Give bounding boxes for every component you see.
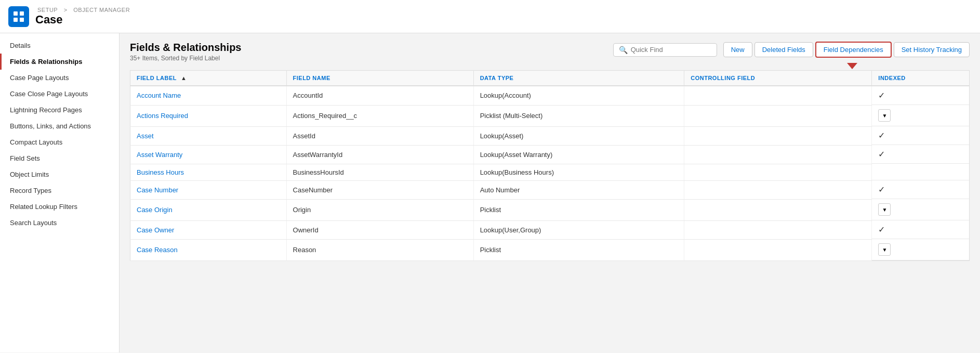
sidebar-item-compact-layouts[interactable]: Compact Layouts bbox=[0, 134, 119, 150]
cell-field-label: Actions Required bbox=[130, 105, 287, 126]
table-row: Business HoursBusinessHoursIdLookup(Busi… bbox=[130, 164, 970, 180]
content-area: Fields & Relationships 35+ Items, Sorted… bbox=[120, 33, 980, 352]
cell-indexed: ✓ bbox=[872, 86, 969, 105]
content-title-block: Fields & Relationships 35+ Items, Sorted… bbox=[130, 42, 241, 62]
cell-controlling-field bbox=[684, 105, 872, 126]
cell-controlling-field bbox=[684, 220, 872, 239]
cell-controlling-field bbox=[684, 86, 872, 105]
cell-field-name: Actions_Required__c bbox=[286, 105, 473, 126]
sidebar-item-details[interactable]: Details bbox=[0, 37, 119, 54]
breadcrumb: SETUP > OBJECT MANAGER bbox=[35, 7, 132, 13]
content-header: Fields & Relationships 35+ Items, Sorted… bbox=[130, 42, 970, 62]
sidebar-item-case-close-page-layouts[interactable]: Case Close Page Layouts bbox=[0, 86, 119, 102]
search-box[interactable]: 🔍 bbox=[613, 43, 717, 57]
deleted-fields-button[interactable]: Deleted Fields bbox=[754, 42, 813, 57]
table-header: FIELD LABEL ▲ FIELD NAME DATA TYPE CONTR… bbox=[130, 71, 970, 86]
cell-field-label: Business Hours bbox=[130, 164, 287, 180]
th-field-name[interactable]: FIELD NAME bbox=[286, 71, 473, 86]
page-title: Case bbox=[35, 13, 132, 27]
cell-field-name: AssetId bbox=[286, 126, 473, 145]
cell-field-label: Case Reason bbox=[130, 239, 287, 261]
cell-field-label: Case Number bbox=[130, 180, 287, 199]
sidebar-item-related-lookup-filters[interactable]: Related Lookup Filters bbox=[0, 199, 119, 215]
table-row: Case ReasonReasonPicklist▼ bbox=[130, 239, 970, 261]
table-body: Account NameAccountIdLookup(Account)✓Act… bbox=[130, 86, 970, 261]
cell-field-label: Asset bbox=[130, 126, 287, 145]
cell-indexed: ▼ bbox=[872, 105, 969, 126]
field-label-link[interactable]: Case Owner bbox=[137, 226, 174, 234]
th-indexed[interactable]: INDEXED bbox=[872, 71, 970, 86]
indexed-checkmark: ✓ bbox=[878, 225, 885, 234]
row-dropdown-button[interactable]: ▼ bbox=[878, 109, 891, 122]
header-text: SETUP > OBJECT MANAGER Case bbox=[35, 7, 132, 27]
th-field-label[interactable]: FIELD LABEL ▲ bbox=[130, 71, 287, 86]
cell-indexed: ✓ bbox=[872, 180, 969, 199]
cell-field-name: AccountId bbox=[286, 86, 473, 105]
sidebar-item-lightning-record-pages[interactable]: Lightning Record Pages bbox=[0, 102, 119, 118]
field-label-link[interactable]: Asset Warranty bbox=[137, 151, 182, 159]
cell-indexed: ✓ bbox=[872, 145, 969, 164]
cell-field-name: Reason bbox=[286, 239, 473, 261]
sidebar-item-search-layouts[interactable]: Search Layouts bbox=[0, 215, 119, 231]
row-dropdown-button[interactable]: ▼ bbox=[878, 203, 891, 216]
cell-controlling-field bbox=[684, 126, 872, 145]
table-row: Actions RequiredActions_Required__cPickl… bbox=[130, 105, 970, 126]
table-row: AssetAssetIdLookup(Asset)✓ bbox=[130, 126, 970, 145]
th-data-type[interactable]: DATA TYPE bbox=[473, 71, 684, 86]
field-label-link[interactable]: Asset bbox=[137, 132, 154, 140]
fields-table: FIELD LABEL ▲ FIELD NAME DATA TYPE CONTR… bbox=[130, 70, 970, 261]
row-dropdown-button[interactable]: ▼ bbox=[878, 243, 891, 256]
th-controlling-field[interactable]: CONTROLLING FIELD bbox=[684, 71, 872, 86]
content-actions: 🔍 New Deleted Fields Field Dependencies … bbox=[613, 42, 970, 58]
cell-data-type: Lookup(Account) bbox=[473, 86, 684, 105]
cell-indexed: ✓ bbox=[872, 220, 969, 239]
cell-field-label: Asset Warranty bbox=[130, 145, 287, 164]
app-icon bbox=[8, 6, 29, 27]
sidebar-item-buttons-links-actions[interactable]: Buttons, Links, and Actions bbox=[0, 118, 119, 134]
sidebar: DetailsFields & RelationshipsCase Page L… bbox=[0, 33, 120, 352]
cell-data-type: Picklist bbox=[473, 199, 684, 220]
cell-data-type: Lookup(User,Group) bbox=[473, 220, 684, 239]
search-input[interactable] bbox=[631, 46, 711, 54]
table-row: Case OwnerOwnerIdLookup(User,Group)✓ bbox=[130, 220, 970, 239]
content-title: Fields & Relationships bbox=[130, 42, 241, 54]
cell-field-name: BusinessHoursId bbox=[286, 164, 473, 180]
sidebar-item-case-page-layouts[interactable]: Case Page Layouts bbox=[0, 70, 119, 86]
cell-controlling-field bbox=[684, 239, 872, 261]
field-label-link[interactable]: Actions Required bbox=[137, 112, 188, 120]
field-label-link[interactable]: Business Hours bbox=[137, 168, 184, 176]
sidebar-item-field-sets[interactable]: Field Sets bbox=[0, 150, 119, 166]
content-subtitle: 35+ Items, Sorted by Field Label bbox=[130, 55, 241, 62]
cell-data-type: Lookup(Business Hours) bbox=[473, 164, 684, 180]
field-label-link[interactable]: Account Name bbox=[137, 91, 181, 99]
set-history-tracking-button[interactable]: Set History Tracking bbox=[894, 42, 970, 57]
sort-arrow-icon: ▲ bbox=[181, 75, 187, 81]
app-icon-svg bbox=[12, 10, 25, 23]
table-row: Asset WarrantyAssetWarrantyIdLookup(Asse… bbox=[130, 145, 970, 164]
cell-controlling-field bbox=[684, 145, 872, 164]
svg-rect-2 bbox=[14, 18, 18, 22]
cell-field-name: OwnerId bbox=[286, 220, 473, 239]
breadcrumb-separator: > bbox=[64, 7, 68, 13]
new-button[interactable]: New bbox=[723, 42, 752, 57]
cell-field-label: Case Origin bbox=[130, 199, 287, 220]
field-label-link[interactable]: Case Number bbox=[137, 186, 178, 194]
table-header-row: FIELD LABEL ▲ FIELD NAME DATA TYPE CONTR… bbox=[130, 71, 970, 86]
indexed-checkmark: ✓ bbox=[878, 90, 885, 100]
cell-data-type: Auto Number bbox=[473, 180, 684, 199]
sidebar-item-record-types[interactable]: Record Types bbox=[0, 182, 119, 199]
indexed-checkmark: ✓ bbox=[878, 149, 885, 159]
cell-indexed: ▼ bbox=[872, 239, 969, 260]
sidebar-item-fields-relationships[interactable]: Fields & Relationships bbox=[0, 54, 119, 70]
breadcrumb-setup[interactable]: SETUP bbox=[37, 7, 58, 13]
main-layout: DetailsFields & RelationshipsCase Page L… bbox=[0, 33, 980, 352]
sidebar-item-object-limits[interactable]: Object Limits bbox=[0, 166, 119, 182]
field-dependencies-wrapper: Field Dependencies bbox=[813, 42, 892, 58]
field-label-link[interactable]: Case Reason bbox=[137, 246, 178, 254]
field-label-link[interactable]: Case Origin bbox=[137, 206, 173, 214]
cell-indexed: ▼ bbox=[872, 199, 969, 220]
arrow-indicator bbox=[847, 63, 857, 69]
field-dependencies-button[interactable]: Field Dependencies bbox=[815, 42, 892, 58]
breadcrumb-object-manager[interactable]: OBJECT MANAGER bbox=[73, 7, 130, 13]
cell-field-name: CaseNumber bbox=[286, 180, 473, 199]
